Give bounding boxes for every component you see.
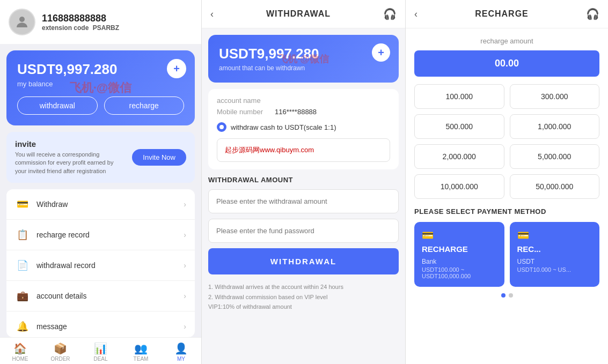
recharge-title: RECHARGE bbox=[475, 9, 529, 19]
withdrawal-balance-label: amount that can be withdrawn bbox=[219, 64, 388, 72]
amount-50000[interactable]: 50,000.000 bbox=[510, 174, 600, 199]
recharge-button[interactable]: recharge bbox=[104, 96, 185, 115]
headset-icon[interactable]: 🎧 bbox=[383, 8, 397, 20]
arrow-icon-3: › bbox=[184, 261, 186, 270]
profile-info: 116888888888 extension code PSARBZ bbox=[42, 13, 119, 32]
bottom-nav: 🏠 HOME 📦 ORDER 📊 DEAL 👥 TEAM 👤 MY bbox=[0, 337, 201, 364]
balance-card: USDT9,997.280 my balance + 飞机·@微信 withdr… bbox=[6, 50, 195, 125]
invite-now-button[interactable]: Invite Now bbox=[132, 149, 186, 166]
account-name-label: account name bbox=[217, 96, 270, 105]
amount-grid: 100.000 300.000 500.000 1,000.000 2,000.… bbox=[414, 84, 599, 199]
nav-team-label: TEAM bbox=[134, 356, 149, 362]
withdrawal-button[interactable]: withdrawal bbox=[17, 96, 98, 115]
arrow-icon-4: › bbox=[184, 292, 186, 300]
menu-item-withdraw[interactable]: 💳 Withdraw › bbox=[6, 189, 195, 220]
nav-deal-label: DEAL bbox=[93, 356, 107, 362]
amount-10000[interactable]: 10,000.000 bbox=[414, 174, 504, 199]
message-icon: 🔔 bbox=[15, 319, 30, 334]
payment-card-usdt[interactable]: 💳 REC... USDT USDT10.000 ~ US... bbox=[510, 222, 600, 287]
nav-order[interactable]: 📦 ORDER bbox=[40, 338, 80, 364]
deal-icon: 📊 bbox=[94, 342, 107, 355]
withdrawal-amount-section: WITHDRAWAL AMOUNT WITHDRAWAL 1. Withdraw… bbox=[208, 176, 399, 312]
dot-1 bbox=[501, 293, 506, 298]
menu-item-account-details[interactable]: 💼 account details › bbox=[6, 281, 195, 311]
menu-item-withdrawal-record[interactable]: 📄 withdrawal record › bbox=[6, 250, 195, 281]
payment-card-usdt-range: USDT10.000 ~ US... bbox=[517, 266, 592, 273]
radio-row[interactable]: withdraw cash to USDT(scale 1:1) bbox=[217, 119, 390, 132]
radio-text: withdraw cash to USDT(scale 1:1) bbox=[231, 123, 336, 131]
menu-item-recharge-record[interactable]: 📋 recharge record › bbox=[6, 220, 195, 250]
recharge-content: recharge amount 00.00 100.000 300.000 50… bbox=[406, 28, 608, 364]
invite-desc: You will receive a corresponding commiss… bbox=[15, 151, 122, 175]
fund-password-input[interactable] bbox=[208, 219, 399, 243]
recharge-headset-icon[interactable]: 🎧 bbox=[586, 8, 599, 20]
avatar bbox=[9, 9, 35, 35]
my-icon: 👤 bbox=[174, 342, 188, 355]
payment-card-bank-type: Bank bbox=[422, 258, 497, 265]
recharge-back-button[interactable]: ‹ bbox=[414, 9, 417, 20]
nav-home[interactable]: 🏠 HOME bbox=[0, 338, 40, 364]
nav-my-label: MY bbox=[177, 356, 185, 362]
note-1: 1. Withdrawal arrives at the account wit… bbox=[208, 282, 399, 292]
withdrawal-amount-title: WITHDRAWAL AMOUNT bbox=[208, 176, 399, 184]
back-button[interactable]: ‹ bbox=[210, 9, 214, 20]
payment-card-usdt-type: USDT bbox=[517, 258, 592, 265]
amount-2000[interactable]: 2,000.000 bbox=[414, 144, 504, 169]
withdrawal-notes: 1. Withdrawal arrives at the account wit… bbox=[208, 282, 399, 312]
dots-indicator bbox=[414, 293, 599, 298]
arrow-icon-2: › bbox=[184, 231, 186, 239]
withdrawal-balance-card: USDT9,997.280 amount that can be withdra… bbox=[208, 35, 399, 83]
withdrawal-plus-button[interactable]: + bbox=[372, 43, 390, 62]
team-icon: 👥 bbox=[134, 342, 148, 355]
recharge-amount-display[interactable]: 00.00 bbox=[414, 50, 599, 77]
menu-label-account-details: account details bbox=[36, 292, 184, 300]
amount-5000[interactable]: 5,000.000 bbox=[510, 144, 600, 169]
nav-my[interactable]: 👤 MY bbox=[161, 338, 201, 364]
invite-title: invite bbox=[15, 139, 122, 148]
menu-item-message[interactable]: 🔔 message › bbox=[6, 311, 195, 337]
watermark-input-container: 起步源码网www.qibuym.com bbox=[217, 138, 390, 162]
arrow-icon: › bbox=[184, 200, 186, 209]
mobile-label: Mobile number bbox=[217, 108, 270, 116]
nav-order-label: ORDER bbox=[50, 356, 70, 362]
watermark-input-display: 起步源码网www.qibuym.com bbox=[217, 138, 390, 162]
amount-300[interactable]: 300.000 bbox=[510, 84, 600, 109]
profile-section: 116888888888 extension code PSARBZ bbox=[0, 0, 201, 44]
menu-label-recharge-record: recharge record bbox=[36, 231, 184, 239]
amount-100[interactable]: 100.000 bbox=[414, 84, 504, 109]
account-name-row: account name bbox=[217, 96, 390, 105]
recharge-panel: ‹ RECHARGE 🎧 recharge amount 00.00 100.0… bbox=[405, 0, 608, 364]
usdt-card-icon: 💳 bbox=[517, 229, 592, 241]
invite-text: invite You will receive a corresponding … bbox=[15, 139, 122, 175]
invite-section: invite You will receive a corresponding … bbox=[6, 132, 195, 183]
extension-code: PSARBZ bbox=[93, 24, 119, 32]
menu-label-withdraw: Withdraw bbox=[36, 200, 184, 209]
left-panel: 116888888888 extension code PSARBZ USDT9… bbox=[0, 0, 201, 364]
radio-inner bbox=[219, 125, 224, 129]
nav-deal[interactable]: 📊 DEAL bbox=[80, 338, 121, 364]
amount-500[interactable]: 500.000 bbox=[414, 114, 504, 139]
note-3: VIP1:10% of withdrawal amount bbox=[208, 302, 399, 312]
bank-card-icon: 💳 bbox=[422, 229, 497, 241]
nav-team[interactable]: 👥 TEAM bbox=[121, 338, 161, 364]
mobile-value: 116****88888 bbox=[275, 108, 317, 116]
withdrawal-amount-input[interactable] bbox=[208, 189, 399, 213]
amount-1000[interactable]: 1,000.000 bbox=[510, 114, 600, 139]
menu-list: 💳 Withdraw › 📋 recharge record › 📄 withd… bbox=[6, 189, 195, 337]
extension-label: extension code bbox=[42, 24, 89, 32]
payment-card-bank[interactable]: 💳 RECHARGE Bank USDT100.000 ~ USDT100,00… bbox=[414, 222, 504, 287]
note-2: 2. Withdrawal commission based on VIP le… bbox=[208, 292, 399, 302]
withdrawal-panel: ‹ WITHDRAWAL 🎧 USDT9,997.280 amount that… bbox=[201, 0, 405, 364]
phone-number: 116888888888 bbox=[42, 13, 119, 24]
payment-card-bank-name: RECHARGE bbox=[422, 244, 497, 254]
withdraw-icon: 💳 bbox=[15, 197, 30, 212]
nav-home-label: HOME bbox=[12, 356, 28, 362]
plus-button[interactable]: + bbox=[167, 59, 186, 78]
account-details-icon: 💼 bbox=[15, 288, 30, 303]
withdrawal-submit-button[interactable]: WITHDRAWAL bbox=[208, 248, 399, 274]
account-info-card: account name Mobile number 116****88888 … bbox=[208, 89, 399, 169]
home-icon: 🏠 bbox=[13, 342, 27, 355]
card-buttons: withdrawal recharge bbox=[17, 96, 184, 115]
svg-point-0 bbox=[19, 17, 25, 22]
balance-label: my balance bbox=[17, 80, 184, 88]
